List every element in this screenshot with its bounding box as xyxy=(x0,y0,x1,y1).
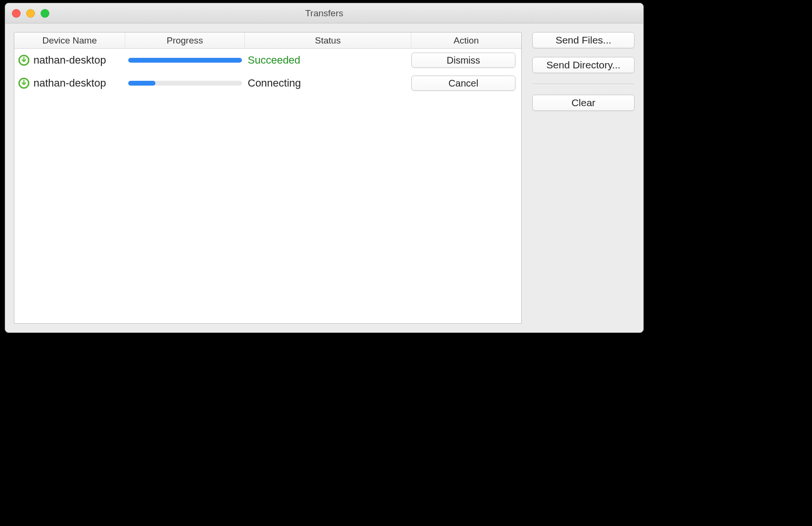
progress-bar xyxy=(128,58,242,63)
progress-fill xyxy=(128,81,155,86)
cell-progress xyxy=(128,58,248,63)
cell-device: nathan-desktop xyxy=(17,54,128,66)
status-label: Succeeded xyxy=(248,54,300,66)
table-body: nathan-desktopSucceededDismissnathan-des… xyxy=(14,49,521,323)
traffic-lights xyxy=(12,9,49,18)
clear-button[interactable]: Clear xyxy=(532,95,635,111)
table-row[interactable]: nathan-desktopConnectingCancel xyxy=(14,72,521,95)
window-minimize-button[interactable] xyxy=(26,9,35,18)
col-header-device[interactable]: Device Name xyxy=(14,33,125,48)
col-header-progress[interactable]: Progress xyxy=(125,33,245,48)
send-files-button[interactable]: Send Files... xyxy=(532,32,635,48)
sidebar: Send Files... Send Directory... Clear xyxy=(532,32,635,324)
dismiss-button[interactable]: Dismiss xyxy=(411,53,516,68)
cancel-button[interactable]: Cancel xyxy=(411,76,516,91)
transfers-table: Device Name Progress Status Action natha… xyxy=(14,32,522,324)
col-header-status[interactable]: Status xyxy=(245,33,411,48)
window-title: Transfers xyxy=(305,8,343,19)
cell-status: Succeeded xyxy=(248,54,408,66)
table-head: Device Name Progress Status Action xyxy=(14,33,521,49)
titlebar[interactable]: Transfers xyxy=(5,3,643,23)
cell-progress xyxy=(128,81,248,86)
progress-bar xyxy=(128,81,242,86)
sidebar-send-group: Send Files... Send Directory... xyxy=(532,32,635,73)
window-close-button[interactable] xyxy=(12,9,21,18)
transfers-window: Transfers Device Name Progress Status Ac… xyxy=(5,3,644,333)
col-header-action[interactable]: Action xyxy=(411,33,521,48)
progress-fill xyxy=(128,58,242,63)
window-zoom-button[interactable] xyxy=(41,9,49,18)
sidebar-divider xyxy=(532,84,635,84)
cell-action: Cancel xyxy=(408,76,518,91)
content-area: Device Name Progress Status Action natha… xyxy=(5,23,643,332)
device-name-label: nathan-desktop xyxy=(33,54,106,66)
send-directory-button[interactable]: Send Directory... xyxy=(532,57,635,73)
download-icon xyxy=(18,55,30,66)
cell-action: Dismiss xyxy=(408,53,518,68)
status-label: Connecting xyxy=(248,77,301,89)
download-icon xyxy=(18,77,30,89)
device-name-label: nathan-desktop xyxy=(33,77,106,89)
cell-device: nathan-desktop xyxy=(17,77,128,89)
cell-status: Connecting xyxy=(248,77,408,89)
table-row[interactable]: nathan-desktopSucceededDismiss xyxy=(14,49,521,72)
